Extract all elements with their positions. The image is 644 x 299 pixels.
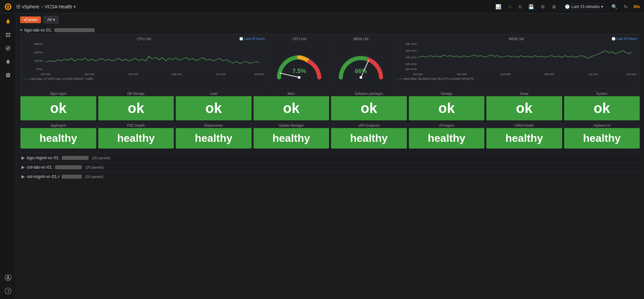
charts-row: CPU Util 🕐 Last 24 hours <box>20 34 640 89</box>
sidebar-icon-help[interactable]: ? <box>3 286 13 296</box>
cpu-gauge-title: CPU Util <box>292 37 306 41</box>
all-filter-dropdown[interactable]: All ▾ <box>44 16 59 23</box>
chevron-down-icon[interactable]: ▾ <box>73 4 76 9</box>
mem-value: ok <box>254 96 329 120</box>
mem-label: Mem <box>254 91 329 96</box>
svg-point-10 <box>7 276 9 278</box>
svg-text:65.5%: 65.5% <box>406 56 417 59</box>
svg-text:64.5%: 64.5% <box>406 68 417 70</box>
svg-text:04:00: 04:00 <box>501 73 511 75</box>
svg-text:00:00: 00:00 <box>85 73 94 75</box>
update-manager-label: Update Manager <box>254 122 329 128</box>
gear-icon[interactable]: ⚙ <box>539 3 546 10</box>
svg-text:12:00: 12:00 <box>588 73 598 75</box>
status-cell-system: System ok <box>564 90 640 121</box>
db-storage-label: DB Storage <box>98 91 174 96</box>
appl-mgmt-value: ok <box>20 96 96 120</box>
star-icon[interactable]: ☆ <box>506 3 514 10</box>
swap-value: ok <box>486 96 562 120</box>
app-name: vSphere <box>22 4 39 9</box>
svg-text:08:00: 08:00 <box>544 73 554 75</box>
chevron-right-icon: ▶ <box>21 155 25 160</box>
status-cell-vsphere-ui: vSphere-UI healthy <box>564 122 640 149</box>
status-cell-appl-mgmt: Appl mgmt ok <box>20 90 97 121</box>
svg-point-28 <box>298 76 301 79</box>
applmgmt-value: healthy <box>20 128 96 148</box>
bar-chart-icon[interactable]: 📊 <box>494 3 502 10</box>
server-name: bgo-lab-vc-01. <box>24 27 52 33</box>
svg-text:20%: 20% <box>34 51 43 54</box>
mem-gauge-panel: MEM Util 66% <box>331 34 391 89</box>
app-layout: ? vCenter All ▾ ▾ bgo-lab-vc-01. <box>0 13 644 299</box>
osl-mgmt-name-redacted <box>62 175 82 179</box>
time-range-selector[interactable]: 🕐 Last 15 minutes ▾ <box>562 3 606 10</box>
status-cell-statsmonitor: Statsmonitor healthy <box>175 122 252 149</box>
server-header-bgo-lab[interactable]: ▾ bgo-lab-vc-01. <box>20 26 640 34</box>
software-packages-value: ok <box>331 96 407 120</box>
collapsed-server-osl-mgmt[interactable]: ▶ osl-mgmt-vc-01.r (20 panels) <box>20 172 640 181</box>
status-cell-load: Load ok <box>175 90 252 121</box>
filter-bar: vCenter All ▾ <box>20 16 640 23</box>
sidebar-icon-compass[interactable] <box>3 43 13 54</box>
svg-text:12:00: 12:00 <box>216 73 226 75</box>
psc-health-value: healthy <box>98 128 174 148</box>
breadcrumb: ⊞ vSphere > VCSA Health ▾ <box>16 3 76 10</box>
mem-line-chart-panel: MEM Util 🕐 Last 24 hours 66.5% <box>392 34 640 89</box>
grid-icon: ⊞ <box>16 3 20 10</box>
storage-label: Storage <box>409 91 485 96</box>
statsmonitor-value: healthy <box>176 128 252 148</box>
svg-text:65.0%: 65.0% <box>406 63 417 65</box>
sidebar-icon-gear[interactable] <box>3 70 13 80</box>
vsphere-ui-label: vSphere-UI <box>564 122 640 128</box>
swap-label: Swap <box>486 91 562 96</box>
sidebar-bottom: ? <box>3 272 13 296</box>
software-packages-label: Software packages <box>331 91 407 96</box>
collapsed-server-osl-lab[interactable]: ▶ osl-lab-vc-01. (20 panels) <box>20 162 640 172</box>
bgo-mgmt-panels-count: (20 panels) <box>92 156 110 160</box>
mem-gauge-title: MEM Util <box>354 37 369 41</box>
svg-text:20:00: 20:00 <box>413 73 423 75</box>
chevron-down-icon: ▾ <box>20 27 22 33</box>
monitor-icon[interactable]: 🖥 <box>550 3 558 10</box>
cpu-line-chart-footer: — — cpu Max: 27.15% Avg: 12.23% Current:… <box>23 77 265 80</box>
server-section-bgo-lab: ▾ bgo-lab-vc-01. CPU Util 🕐 Last 24 hour… <box>20 26 640 149</box>
cpu-gauge-panel: CPU Util <box>269 34 329 89</box>
healthy-status-grid: Applmgmt healthy PSC Health healthy Stat… <box>20 122 640 149</box>
grafana-logo-icon <box>4 3 12 11</box>
system-label: System <box>564 91 640 96</box>
appl-mgmt-label: Appl mgmt <box>20 91 96 96</box>
statsmonitor-label: Statsmonitor <box>176 122 252 128</box>
svg-text:10%: 10% <box>34 59 43 62</box>
time-range-label: Last 15 minutes <box>571 4 600 9</box>
storage-value: ok <box>409 96 485 120</box>
vapi-endpoint-value: healthy <box>331 128 407 148</box>
vcenter-filter-btn[interactable]: vCenter <box>20 16 41 23</box>
status-cell-swap: Swap ok <box>486 90 562 121</box>
status-cell-storage: Storage ok <box>409 90 485 121</box>
breadcrumb-sep: > <box>41 4 43 9</box>
osl-lab-name-redacted <box>55 165 82 169</box>
status-cell-update-manager: Update Manager healthy <box>253 122 330 149</box>
chevron-right-icon-3: ▶ <box>21 174 25 179</box>
applmgmt-label: Applmgmt <box>20 122 96 128</box>
load-value: ok <box>176 96 252 120</box>
refresh-icon[interactable]: ↻ <box>623 3 629 10</box>
vpostgres-label: vPostgres <box>409 122 485 128</box>
zoom-icon[interactable]: 🔍 <box>610 3 619 10</box>
share-icon[interactable]: ⎘ <box>518 3 523 10</box>
sidebar-icon-grid[interactable] <box>3 29 13 40</box>
cpu-line-chart-subtitle: 🕐 Last 24 hours <box>239 37 265 41</box>
sidebar-icon-user[interactable] <box>3 272 13 283</box>
cpu-line-chart-panel: CPU Util 🕐 Last 24 hours <box>20 34 268 89</box>
sidebar-icon-fire[interactable] <box>3 16 13 27</box>
navbar-left: ⊞ vSphere > VCSA Health ▾ <box>4 3 76 11</box>
sidebar-icon-bell[interactable] <box>3 56 13 67</box>
collapsed-server-bgo-mgmt[interactable]: ▶ bgo-mgmt-vc-01. (20 panels) <box>20 153 640 162</box>
svg-text:00:00: 00:00 <box>457 73 467 75</box>
ok-status-grid: Appl mgmt ok DB Storage ok Load ok Mem o… <box>20 90 640 121</box>
svg-text:66.0%: 66.0% <box>406 49 417 52</box>
svg-marker-8 <box>7 47 9 49</box>
svg-text:66%: 66% <box>355 68 367 74</box>
save-icon[interactable]: 💾 <box>527 3 535 10</box>
svg-text:?: ? <box>7 289 9 294</box>
